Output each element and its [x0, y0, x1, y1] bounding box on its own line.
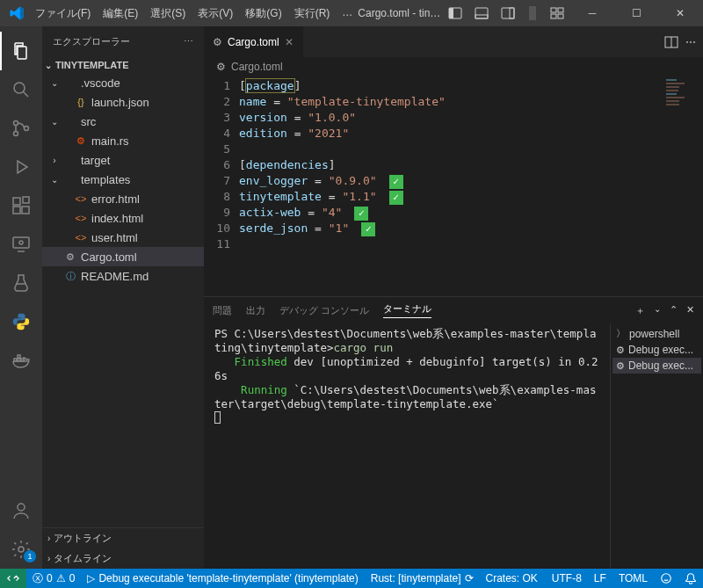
folder-icon — [63, 153, 77, 167]
layout-left-icon[interactable] — [445, 3, 466, 24]
tree-folder[interactable]: ⌄.vscode — [42, 73, 204, 92]
terminal-list-item[interactable]: ⚙Debug exec... — [612, 342, 701, 358]
terminal-cursor — [214, 411, 221, 424]
menu-item[interactable]: ファイル(F) — [30, 3, 96, 25]
warning-icon: ⚠ — [56, 572, 66, 584]
gear-icon: ⚙ — [216, 61, 226, 73]
activity-remote-icon[interactable] — [0, 225, 42, 264]
svg-rect-17 — [23, 197, 29, 203]
file-icon: ⚙ — [74, 134, 88, 148]
panel-close-icon[interactable]: ✕ — [686, 304, 694, 317]
menu-item[interactable]: 選択(S) — [145, 3, 191, 25]
sidebar-footer: ›アウトライン›タイムライン — [42, 527, 204, 569]
menu-item[interactable]: 編集(E) — [98, 3, 143, 25]
sidebar-section-collapsed[interactable]: ›アウトライン — [42, 528, 204, 548]
tree-file[interactable]: <>error.html — [42, 189, 204, 208]
activity-account-icon[interactable] — [0, 491, 42, 530]
activity-docker-icon[interactable] — [0, 341, 42, 380]
chevron-right-icon: › — [47, 554, 50, 563]
svg-rect-4 — [502, 8, 514, 18]
file-icon: {} — [74, 95, 88, 109]
terminal-icon: ⚙ — [616, 360, 625, 372]
customize-layout-icon[interactable] — [547, 3, 568, 24]
play-icon: ▷ — [87, 572, 95, 584]
titlebar-controls: ─ ☐ ✕ — [445, 3, 699, 24]
sidebar-section-collapsed[interactable]: ›タイムライン — [42, 548, 204, 569]
tree-folder[interactable]: ⌄templates — [42, 170, 204, 189]
window-title: Cargo.toml - tinytemplate - Visual ... — [358, 7, 445, 19]
tree-file[interactable]: ⚙Cargo.toml — [42, 247, 204, 266]
tree-label: target — [81, 154, 204, 167]
svg-point-27 — [662, 574, 671, 584]
menu-item[interactable]: 実行(R) — [289, 3, 336, 25]
status-notifications-icon[interactable] — [678, 572, 703, 584]
layout-bottom-icon[interactable] — [471, 3, 492, 24]
tree-file[interactable]: <>user.html — [42, 228, 204, 247]
status-problems[interactable]: ⓧ0 ⚠0 — [26, 569, 81, 588]
status-debug-target[interactable]: ▷ Debug executable 'template-tinytemplat… — [81, 569, 364, 588]
editor-more-icon[interactable]: ⋯ — [685, 36, 696, 48]
panel-tab[interactable]: 問題 — [213, 304, 232, 317]
status-crates[interactable]: Crates: OK — [480, 569, 544, 588]
bottom-panel: 問題出力デバッグ コンソールターミナル ＋ ⌄ ⌃ ✕ PS C:\Users\… — [204, 296, 703, 569]
gear-icon: ⚙ — [213, 36, 222, 48]
activity-python-icon[interactable] — [0, 302, 42, 341]
activity-search-icon[interactable] — [0, 70, 42, 109]
tab-close-icon[interactable]: ✕ — [285, 36, 294, 48]
activity-debug-icon[interactable] — [0, 148, 42, 186]
folder-icon — [63, 172, 77, 186]
code-editor[interactable]: 1234567891011 [package]name = "template-… — [204, 76, 703, 296]
terminal-list-item[interactable]: 〉powershell — [612, 325, 701, 342]
panel-maximize-icon[interactable]: ⌃ — [670, 304, 678, 317]
status-rust-analyzer[interactable]: Rust: [tinytemplate]⟳ — [365, 569, 480, 588]
folder-icon — [63, 114, 77, 128]
activity-testing-icon[interactable] — [0, 264, 42, 302]
svg-rect-2 — [475, 8, 488, 18]
tree-label: templates — [81, 173, 204, 186]
menu-item[interactable]: 表示(V) — [192, 3, 238, 25]
tree-file[interactable]: ⚙main.rs — [42, 131, 204, 150]
menu-item[interactable]: … — [337, 3, 358, 25]
tree-file[interactable]: <>index.html — [42, 208, 204, 228]
status-remote-icon[interactable] — [0, 569, 26, 588]
breadcrumb[interactable]: ⚙ Cargo.toml — [204, 57, 703, 76]
code-content[interactable]: [package]name = "template-tinytemplate"v… — [239, 76, 668, 296]
svg-rect-9 — [558, 14, 563, 18]
status-language[interactable]: TOML — [612, 572, 654, 584]
layout-right-icon[interactable] — [497, 3, 518, 24]
activity-explorer-icon[interactable] — [0, 32, 42, 70]
panel-tab[interactable]: デバッグ コンソール — [279, 304, 369, 317]
tab-cargo-toml[interactable]: ⚙ Cargo.toml ✕ — [204, 26, 303, 57]
panel-tab[interactable]: ターミナル — [383, 302, 431, 318]
tree-folder[interactable]: ›target — [42, 150, 204, 170]
titlebar: ファイル(F)編集(E)選択(S)表示(V)移動(G)実行(R)… Cargo.… — [0, 0, 703, 26]
tree-label: error.html — [91, 192, 204, 206]
status-feedback-icon[interactable] — [654, 572, 678, 584]
terminal-output[interactable]: PS C:\Users\destest\Documents\web系\examp… — [204, 323, 610, 569]
tree-file[interactable]: {}launch.json — [42, 92, 204, 112]
new-terminal-icon[interactable]: ＋ — [635, 304, 645, 317]
activity-extensions-icon[interactable] — [0, 186, 42, 225]
menu-item[interactable]: 移動(G) — [240, 3, 286, 25]
terminal-dropdown-icon[interactable]: ⌄ — [654, 304, 661, 317]
sidebar-explorer: エクスプローラー ⋯ ⌄ TINYTEMPLATE ⌄.vscode{}laun… — [42, 26, 204, 569]
status-encoding[interactable]: UTF-8 — [546, 572, 588, 584]
window-close[interactable]: ✕ — [661, 4, 699, 23]
panel-tab[interactable]: 出力 — [246, 304, 265, 317]
tree-folder[interactable]: ⌄src — [42, 112, 204, 131]
sidebar-project-heading[interactable]: ⌄ TINYTEMPLATE — [42, 57, 204, 73]
tree-label: main.rs — [91, 134, 204, 148]
svg-point-11 — [14, 121, 18, 126]
tree-label: user.html — [91, 231, 204, 244]
activity-scm-icon[interactable] — [0, 109, 42, 148]
status-eol[interactable]: LF — [588, 572, 612, 584]
line-numbers: 1234567891011 — [204, 76, 239, 296]
tree-file[interactable]: ⓘREADME.md — [42, 266, 204, 286]
terminal-list-item[interactable]: ⚙Debug exec... — [612, 358, 701, 374]
window-maximize[interactable]: ☐ — [617, 4, 656, 23]
activity-settings-icon[interactable]: 1 — [0, 530, 42, 569]
sidebar-more-icon[interactable]: ⋯ — [184, 36, 193, 47]
breadcrumb-label: Cargo.toml — [231, 61, 283, 73]
split-editor-icon[interactable] — [664, 35, 678, 49]
window-minimize[interactable]: ─ — [573, 4, 612, 23]
